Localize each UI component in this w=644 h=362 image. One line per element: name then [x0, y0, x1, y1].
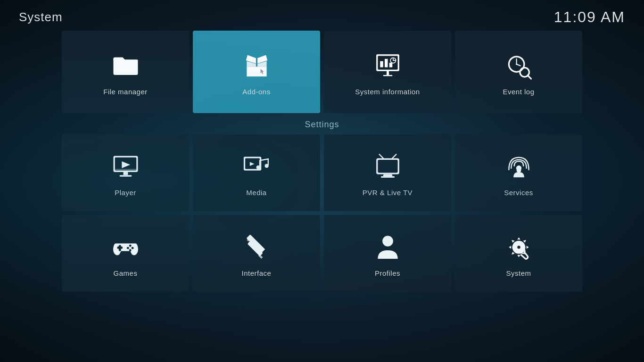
- svg-rect-8: [383, 75, 392, 76]
- settings-row-2: Games Interface: [57, 215, 587, 292]
- clock: 11:09 AM: [554, 8, 625, 26]
- svg-point-41: [131, 247, 133, 249]
- box-icon: [240, 49, 273, 82]
- page-title: System: [19, 10, 63, 25]
- tile-system[interactable]: System: [455, 215, 582, 292]
- tile-player-label: Player: [115, 189, 136, 197]
- chart-icon: [371, 49, 404, 82]
- tile-services[interactable]: Services: [455, 134, 582, 211]
- media-icon: [240, 150, 273, 183]
- services-icon: [502, 150, 535, 183]
- svg-point-14: [516, 63, 517, 65]
- interface-icon: [240, 230, 273, 263]
- tile-add-ons[interactable]: Add-ons: [193, 31, 320, 113]
- tile-file-manager[interactable]: File manager: [62, 31, 189, 113]
- svg-line-30: [379, 154, 383, 158]
- tile-system-label: System: [506, 269, 531, 277]
- tile-player[interactable]: Player: [62, 134, 189, 211]
- tile-system-information[interactable]: System information: [324, 31, 451, 113]
- tile-services-label: Services: [504, 189, 533, 197]
- svg-point-50: [517, 246, 520, 249]
- tile-file-manager-label: File manager: [103, 88, 148, 96]
- tile-games-label: Games: [114, 269, 138, 277]
- svg-rect-35: [380, 176, 394, 177]
- tile-interface-label: Interface: [242, 269, 272, 277]
- games-icon: [109, 230, 142, 263]
- tile-profiles-label: Profiles: [375, 269, 400, 277]
- tile-games[interactable]: Games: [62, 215, 189, 292]
- settings-section: Settings: [57, 120, 587, 292]
- main-content: File manager: [0, 31, 644, 292]
- svg-point-42: [126, 247, 129, 249]
- tile-event-log-label: Event log: [503, 88, 534, 96]
- tile-pvr-live-tv-label: PVR & Live TV: [363, 189, 413, 197]
- top-tiles-row: File manager: [57, 31, 587, 113]
- svg-rect-22: [119, 175, 132, 176]
- tv-icon: [371, 150, 404, 183]
- tile-media-label: Media: [246, 189, 266, 197]
- svg-line-16: [528, 75, 531, 78]
- tile-profiles[interactable]: Profiles: [324, 215, 451, 292]
- svg-point-37: [516, 165, 521, 171]
- svg-point-43: [129, 249, 131, 251]
- settings-title: Settings: [57, 120, 587, 130]
- folder-icon: [109, 49, 142, 82]
- profiles-icon: [371, 230, 404, 263]
- svg-rect-3: [380, 61, 383, 67]
- svg-rect-21: [123, 172, 128, 175]
- tile-event-log[interactable]: Event log: [455, 31, 582, 113]
- svg-rect-33: [378, 159, 397, 173]
- svg-point-17: [521, 69, 528, 75]
- svg-point-29: [264, 164, 268, 167]
- tile-add-ons-label: Add-ons: [242, 88, 270, 96]
- tile-system-information-label: System information: [355, 88, 420, 96]
- svg-rect-4: [385, 58, 388, 67]
- svg-rect-23: [115, 169, 136, 170]
- tile-media[interactable]: Media: [193, 134, 320, 211]
- header: System 11:09 AM: [0, 0, 644, 31]
- tile-interface[interactable]: Interface: [193, 215, 320, 292]
- svg-line-31: [392, 154, 396, 158]
- tile-pvr-live-tv[interactable]: PVR & Live TV: [324, 134, 451, 211]
- clock-search-icon: [502, 49, 535, 82]
- svg-rect-5: [389, 63, 392, 67]
- svg-rect-39: [117, 246, 122, 248]
- player-icon: [109, 150, 142, 183]
- system-icon: [502, 230, 535, 263]
- svg-point-48: [382, 236, 393, 247]
- svg-point-28: [256, 165, 260, 169]
- svg-point-40: [129, 244, 131, 247]
- settings-row-1: Player: [57, 134, 587, 211]
